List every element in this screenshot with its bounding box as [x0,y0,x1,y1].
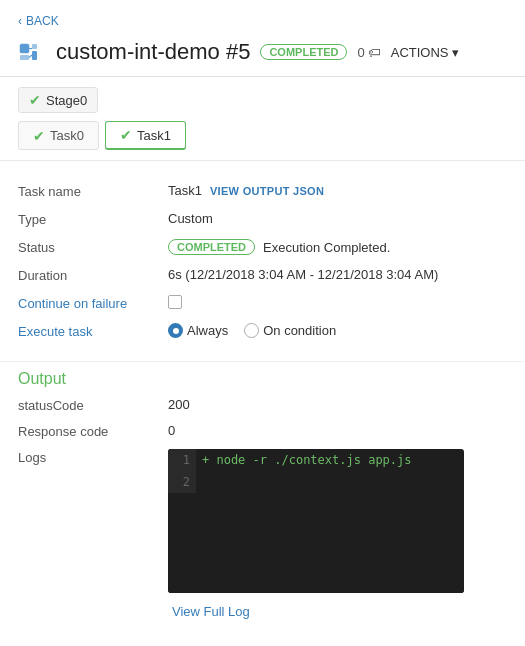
chevron-down-icon: ▾ [452,45,459,60]
svg-line-5 [29,55,32,58]
on-condition-radio-icon [244,323,259,338]
view-output-link[interactable]: VIEW OUTPUT JSON [210,185,324,197]
line-num-2: 2 [168,471,196,493]
continue-row: Continue on failure [18,289,507,317]
task0-check-icon: ✔ [33,128,45,144]
logs-empty-area [168,493,464,593]
continue-label: Continue on failure [18,295,168,311]
task-name-row: Task name Task1 VIEW OUTPUT JSON [18,177,507,205]
page-title: custom-int-demo #5 [56,39,250,65]
status-value-row: COMPLETED Execution Completed. [168,239,507,255]
response-code-value: 0 [168,423,507,438]
task1-label: Task1 [137,128,171,143]
response-code-row: Response code 0 [18,418,507,444]
duration-label: Duration [18,267,168,283]
back-label: BACK [26,14,59,28]
svg-rect-0 [20,44,29,53]
status-code-label: statusCode [18,397,168,413]
always-radio-icon [168,323,183,338]
task-name-label: Task name [18,183,168,199]
task1-check-icon: ✔ [120,127,132,143]
tasks-row: ✔ Task0 ✔ Task1 [18,121,507,160]
actions-button[interactable]: ACTIONS ▾ [391,45,459,60]
logs-label: Logs [18,449,168,465]
line-num-1: 1 [168,449,196,471]
pipeline-icon [18,38,46,66]
task-name-value: Task1 [168,183,202,198]
stages-section: ✔ Stage0 ✔ Task0 ✔ Task1 [0,77,525,161]
execute-label: Execute task [18,323,168,339]
status-badge: COMPLETED [260,44,347,60]
line-code-2 [196,471,215,493]
task-tab-1[interactable]: ✔ Task1 [105,121,186,150]
output-title-o: O [18,370,30,387]
stage-header[interactable]: ✔ Stage0 [18,87,98,113]
status-row: Status COMPLETED Execution Completed. [18,233,507,261]
status-label: Status [18,239,168,255]
details-section: Task name Task1 VIEW OUTPUT JSON Type Cu… [0,161,525,362]
execute-row: Execute task Always On condition [18,317,507,345]
chevron-left-icon: ‹ [18,14,22,28]
on-condition-radio[interactable]: On condition [244,323,336,338]
type-row: Type Custom [18,205,507,233]
output-title-rest: utput [30,370,66,387]
svg-rect-2 [32,44,37,49]
svg-rect-3 [32,51,37,60]
stage-check-icon: ✔ [29,92,41,108]
output-title: Output [18,370,507,388]
execute-value: Always On condition [168,323,507,338]
task0-label: Task0 [50,128,84,143]
continue-checkbox[interactable] [168,295,182,309]
log-line-2: 2 [168,471,464,493]
tag-icon: 🏷 [368,45,381,60]
back-link[interactable]: ‹ BACK [18,14,507,28]
status-code-value: 200 [168,397,507,412]
line-code-1: + node -r ./context.js app.js [196,449,418,471]
logs-block: 1 + node -r ./context.js app.js 2 [168,449,464,593]
view-full-log-link[interactable]: View Full Log [172,604,507,619]
logs-row: Logs 1 + node -r ./context.js app.js 2 [18,444,507,598]
stage-label: Stage0 [46,93,87,108]
always-radio[interactable]: Always [168,323,228,338]
logs-value: 1 + node -r ./context.js app.js 2 [168,449,507,593]
type-value: Custom [168,211,507,226]
on-condition-label: On condition [263,323,336,338]
status-code-row: statusCode 200 [18,392,507,418]
status-badge-sm: COMPLETED [168,239,255,255]
duration-value: 6s (12/21/2018 3:04 AM - 12/21/2018 3:04… [168,267,507,282]
status-text: Execution Completed. [263,240,390,255]
response-code-label: Response code [18,423,168,439]
duration-row: Duration 6s (12/21/2018 3:04 AM - 12/21/… [18,261,507,289]
svg-rect-1 [20,55,29,60]
log-line-1: 1 + node -r ./context.js app.js [168,449,464,471]
output-section: Output statusCode 200 Response code 0 Lo… [0,362,525,635]
continue-value [168,295,507,309]
task-name-value-row: Task1 VIEW OUTPUT JSON [168,183,507,198]
type-label: Type [18,211,168,227]
always-label: Always [187,323,228,338]
task-tab-0[interactable]: ✔ Task0 [18,121,99,150]
tag-count: 0 🏷 [357,45,380,60]
